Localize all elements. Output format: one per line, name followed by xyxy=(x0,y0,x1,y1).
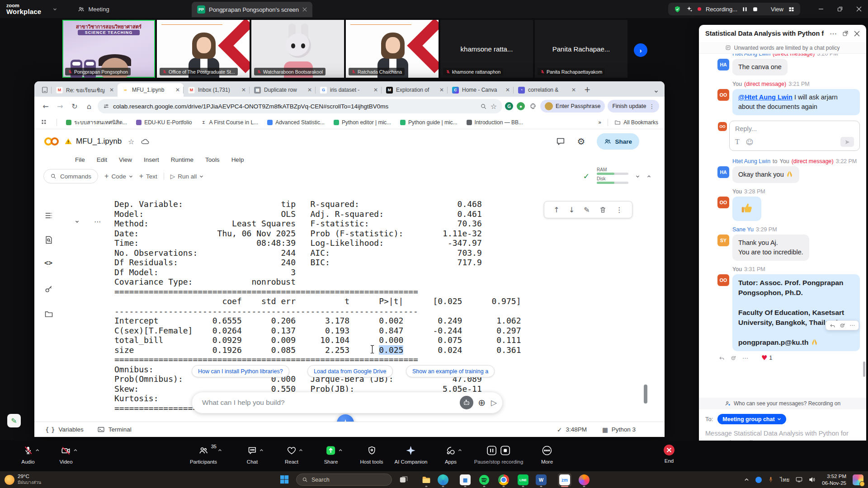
search-input[interactable]: Search xyxy=(296,474,392,486)
tab-search-icon[interactable] xyxy=(38,84,52,96)
tray-app-badge-icon[interactable] xyxy=(853,474,863,485)
close-window-button[interactable] xyxy=(850,0,868,18)
chevron-up-icon[interactable] xyxy=(74,448,78,452)
menu-help[interactable]: Help xyxy=(231,156,244,163)
share-button[interactable]: Share xyxy=(597,133,639,150)
chat-message-list[interactable]: Htet Aung Lwin(direct message)3:20 PMHAT… xyxy=(699,54,866,398)
toolbar-audio[interactable]: Audio xyxy=(21,444,34,465)
stop-recording-icon[interactable] xyxy=(500,445,511,456)
chevron-up-icon[interactable] xyxy=(299,448,303,452)
more-options-icon[interactable]: ⋯ xyxy=(849,322,855,328)
chevron-down-icon[interactable] xyxy=(129,174,133,178)
weather-widget[interactable]: 29°Cมีฝนบางส่วน xyxy=(5,474,41,486)
taskbar-app-chrome[interactable] xyxy=(497,473,510,487)
chevron-down-icon[interactable] xyxy=(636,174,640,178)
move-cell-down-icon[interactable]: ↓ xyxy=(569,206,575,214)
chevron-up-icon[interactable] xyxy=(339,448,343,452)
minimize-button[interactable] xyxy=(812,0,830,18)
back-icon[interactable]: ← xyxy=(40,102,52,111)
tabstrip-chevron-icon[interactable] xyxy=(654,89,658,94)
tab-meeting[interactable]: Meeting xyxy=(78,6,109,13)
grammarly-icon[interactable]: G xyxy=(505,102,514,110)
extension-leaf-icon[interactable]: ● xyxy=(517,102,526,110)
kernel-selector[interactable]: ▦Python 3 xyxy=(602,426,636,433)
chevron-up-icon[interactable] xyxy=(647,174,651,178)
message-bubble[interactable] xyxy=(732,197,761,221)
browser-tab[interactable]: MExploration of✕ xyxy=(382,83,448,97)
add-text-button[interactable]: Text xyxy=(139,172,157,180)
ram-disk-meter[interactable]: RAM Disk xyxy=(597,167,628,185)
gemini-suggestion-pill[interactable]: Load data from Google Drive xyxy=(307,365,393,377)
toolbar-chat[interactable]: Chat xyxy=(247,444,258,465)
edit-magic-icon[interactable]: ✎ xyxy=(584,206,590,214)
delete-cell-icon[interactable] xyxy=(599,206,607,214)
toolbar-video[interactable]: Video xyxy=(59,444,72,465)
chevron-double-icon[interactable]: » xyxy=(598,119,601,126)
star-icon[interactable]: ☆ xyxy=(128,137,134,146)
tray-zoom-icon[interactable] xyxy=(755,477,762,483)
files-icon[interactable] xyxy=(44,310,53,319)
taskbar-app-word[interactable]: W xyxy=(534,473,548,487)
video-tile[interactable]: Ratchada Chaichana xyxy=(346,20,439,78)
message-bubble[interactable]: The canva one xyxy=(732,59,788,75)
code-snippets-icon[interactable]: <> xyxy=(44,260,52,267)
toolbar-react[interactable]: React xyxy=(285,444,298,465)
view-button[interactable]: View xyxy=(771,6,783,13)
browser-tab[interactable]: ∞MFU_1.ipynb✕ xyxy=(118,83,184,97)
toolbar-host-tools[interactable]: Host tools xyxy=(360,444,383,465)
tab-screenshare[interactable]: PP Pongprapan Pongsophon's screen xyxy=(192,2,312,17)
add-code-button[interactable]: Code xyxy=(104,172,133,180)
move-cell-up-icon[interactable]: ↑ xyxy=(553,206,559,214)
emoji-icon[interactable]: ☺ xyxy=(746,138,754,146)
video-tile-name-only[interactable]: khamsone ratta...khamsone rattanaphon xyxy=(440,20,533,78)
browser-tab[interactable]: CHome - Canva✕ xyxy=(448,83,514,97)
taskbar-app-firefox[interactable] xyxy=(577,473,591,487)
chevron-up-icon[interactable] xyxy=(458,448,462,452)
kebab-icon[interactable]: ⋮ xyxy=(649,103,655,110)
language-indicator[interactable]: ไทย xyxy=(780,475,789,484)
variables-button[interactable]: { }Variables xyxy=(45,426,84,433)
taskbar-app-line[interactable]: LINE xyxy=(516,473,530,487)
omnibox[interactable]: colab.research.google.com/drive/1PJiaAEV… xyxy=(98,99,502,113)
browser-tab[interactable]: MRe: ขอเรียนเชิญ✕ xyxy=(52,83,118,97)
next-participants-button[interactable]: › xyxy=(634,43,647,57)
taskbar-app-file-explorer[interactable] xyxy=(420,473,433,487)
kebab-icon[interactable]: ⋮ xyxy=(616,206,623,214)
add-reaction-icon[interactable] xyxy=(840,322,845,328)
video-tile[interactable]: Watcharaboon Bootsarakool xyxy=(251,20,344,78)
reload-icon[interactable]: ↻ xyxy=(69,102,80,111)
gemini-suggestion-pill[interactable]: How can I install Python libraries? xyxy=(192,365,289,377)
notebook-title[interactable]: MFU_1.ipynb xyxy=(76,137,122,146)
reply-icon[interactable] xyxy=(830,322,835,328)
popout-icon[interactable] xyxy=(842,30,849,37)
home-icon[interactable]: ⌂ xyxy=(83,102,95,111)
taskbar-app-task-view[interactable] xyxy=(397,473,410,487)
bookmark-item[interactable]: ระบบสารสนเทศนิสิต... xyxy=(66,118,127,127)
finish-update-button[interactable]: Finish update ⋮ xyxy=(608,100,659,113)
bookmark-star-icon[interactable]: ☆ xyxy=(491,102,497,111)
browser-tab[interactable]: ▤Duplicate row✕ xyxy=(250,83,316,97)
bookmark-item[interactable]: Python editor | mic... xyxy=(334,119,391,126)
gemini-suggestion-pill[interactable]: Show an example of training a xyxy=(406,365,495,377)
run-all-button[interactable]: ▷Run all xyxy=(164,173,203,180)
display-icon[interactable] xyxy=(796,477,802,483)
bookmark-item[interactable]: ΣA First Course in L... xyxy=(201,119,258,126)
chat-scrollbar[interactable] xyxy=(863,361,865,377)
reply-icon[interactable] xyxy=(719,355,725,361)
stop-recording-icon[interactable] xyxy=(752,6,758,12)
menu-view[interactable]: View xyxy=(119,156,132,163)
toolbar-pause-stop-recording[interactable]: Pause/stop recording xyxy=(474,444,524,465)
reaction-badge[interactable]: ♥1 xyxy=(761,354,772,362)
collapse-chevron-icon[interactable] xyxy=(75,220,79,224)
secrets-icon[interactable] xyxy=(44,285,53,294)
close-tab-icon[interactable]: ✕ xyxy=(505,87,510,93)
settings-gear-icon[interactable]: ⚙ xyxy=(577,136,585,147)
send-icon[interactable]: ▷ xyxy=(491,398,497,407)
more-options-icon[interactable]: ⋯ xyxy=(830,29,837,38)
mention-link[interactable]: @Htet Aung Lwin xyxy=(738,94,793,101)
reply-input[interactable]: OOReply...T☺ xyxy=(729,121,860,151)
bookmark-item[interactable]: Python guide | mic... xyxy=(400,119,458,126)
close-tab-icon[interactable]: ✕ xyxy=(175,87,180,93)
annotation-pencil-button[interactable]: ✎ xyxy=(7,414,21,427)
search-in-page-icon[interactable] xyxy=(480,103,487,110)
